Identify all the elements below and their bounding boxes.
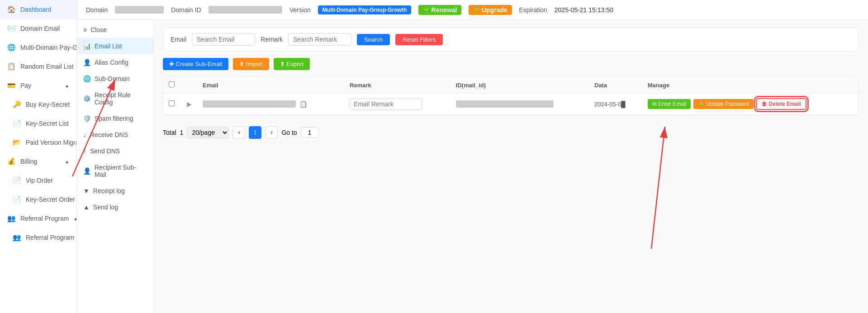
email-list-icon: 📊	[83, 43, 91, 50]
sidebar-item-key-secret-list[interactable]: 📄 Key-Secret List	[0, 114, 76, 133]
sub-sidebar-alias-config[interactable]: 👤 Alias Config	[77, 54, 153, 71]
domain-id-value: ████████████████	[209, 6, 282, 14]
email-remark-input[interactable]	[350, 98, 422, 110]
remark-search-input[interactable]	[288, 33, 351, 46]
col-mail-id: ID(mail_id)	[451, 77, 589, 94]
expand-icon[interactable]: ▶	[187, 100, 192, 108]
sub-sidebar-close[interactable]: ≡ Close	[77, 22, 153, 38]
sidebar-item-dashboard[interactable]: 🏠 Dashboard	[0, 0, 76, 19]
sidebar-item-random-email[interactable]: 📋 Random Email List	[0, 57, 76, 76]
row-checkbox[interactable]	[169, 100, 175, 106]
next-page-button[interactable]: ›	[265, 126, 278, 139]
sidebar-item-paid-version[interactable]: 📂 Paid Version Migration	[0, 133, 76, 152]
sidebar-item-pay[interactable]: 💳 Pay ▲	[0, 76, 76, 95]
close-icon: ≡	[83, 26, 87, 33]
alias-config-icon: 👤	[83, 59, 91, 66]
send-dns-icon: ↑	[83, 147, 86, 155]
col-data: Data	[589, 77, 642, 94]
create-sub-email-button[interactable]: ✚ Create Sub-Email	[163, 58, 228, 70]
receipt-log-icon: ▼	[83, 187, 90, 194]
email-search-input[interactable]	[192, 33, 255, 46]
update-password-button[interactable]: 🔒 Update Password	[693, 99, 754, 109]
search-button[interactable]: Search	[357, 34, 390, 45]
sub-sidebar-receive-dns[interactable]: ↓ Receive DNS	[77, 127, 153, 143]
email-table: Email Remark ID(mail_id) Data Manage ▶	[163, 76, 859, 115]
total-label: Total	[163, 129, 176, 136]
domain-id-label: Domain ID	[171, 6, 201, 14]
col-manage: Manage	[642, 77, 859, 94]
sub-sidebar-spam-filter[interactable]: 🛡️ Spam filtering	[77, 110, 153, 127]
top-bar: Domain ██████████ Domain ID ████████████…	[77, 0, 868, 20]
filter-row: Email Remark Search Reset Filters	[163, 27, 859, 52]
sub-sidebar-email-list[interactable]: 📊 Email List	[77, 38, 153, 54]
per-page-select[interactable]: 20/page 50/page 100/page	[187, 127, 229, 138]
sub-sidebar-sub-domain[interactable]: 🌐 Sub-Domain	[77, 71, 153, 87]
paid-version-icon: 📂	[13, 138, 21, 147]
sub-sidebar-send-dns[interactable]: ↑ Send DNS	[77, 143, 153, 159]
export-button[interactable]: ⬆ Export	[274, 58, 310, 70]
version-badge: Multi-Domain Pay-Group-Growth	[318, 5, 412, 14]
referral-program2-icon: 👥	[13, 233, 21, 242]
pay-arrow-icon: ▲	[65, 83, 69, 88]
select-all-checkbox[interactable]	[169, 81, 175, 87]
receive-dns-icon: ↓	[83, 131, 86, 138]
total-count: 1	[180, 129, 184, 136]
delete-email-button[interactable]: 🗑 Delete Email	[756, 98, 806, 110]
sub-sidebar: ≡ Close 📊 Email List 👤 Alias Config 🌐 Su…	[77, 20, 154, 313]
sidebar-item-referral-program2[interactable]: 👥 Referral Program	[0, 228, 76, 247]
domain-value: ██████████	[115, 6, 164, 14]
sub-domain-icon: 🌐	[83, 75, 91, 82]
sub-sidebar-receipt-rule[interactable]: ⚙️ Receipt Rule Config	[77, 87, 153, 110]
sidebar-item-key-secret-order[interactable]: 📄 Key-Secret Order	[0, 190, 76, 209]
upgrade-badge: 🌱 Upgrade	[469, 5, 512, 15]
referral-arrow-icon: ▲	[73, 216, 77, 221]
manage-buttons: ✉ Enter Email 🔒 Update Password 🗑 Delete…	[648, 98, 853, 110]
col-email: Email	[197, 77, 344, 94]
billing-icon: 💰	[7, 157, 16, 166]
copy-icon[interactable]: 📋	[299, 100, 307, 108]
page-1-button[interactable]: 1	[249, 126, 261, 139]
domain-email-icon: ✉️	[7, 24, 16, 33]
sidebar-item-referral-program[interactable]: 👥 Referral Program ▲	[0, 209, 76, 228]
key-secret-list-icon: 📄	[13, 119, 21, 128]
email-filter-label: Email	[171, 36, 186, 43]
sidebar-item-domain-email[interactable]: ✉️ Domain Email	[0, 19, 76, 38]
sidebar-item-buy-key-secret[interactable]: 🔑 Buy Key-Secret	[0, 95, 76, 114]
dashboard-icon: 🏠	[7, 5, 16, 14]
spam-filter-icon: 🛡️	[83, 115, 91, 122]
date-cell: 2024-05-0█	[589, 94, 642, 115]
email-cell: ████████████████████ 📋	[197, 94, 344, 115]
sub-sidebar-receipt-log[interactable]: ▼ Receipt log	[77, 183, 153, 199]
main-area: Domain ██████████ Domain ID ████████████…	[77, 0, 868, 313]
col-remark: Remark	[344, 77, 451, 94]
send-log-icon: ▲	[83, 204, 90, 211]
prev-page-button[interactable]: ‹	[232, 126, 245, 139]
receipt-rule-icon: ⚙️	[83, 95, 91, 102]
expiration-value: 2025-05-21 15:13:50	[555, 6, 613, 14]
sub-sidebar-recipient-sub-mail[interactable]: 👤 Recipient Sub-Mail	[77, 159, 153, 183]
referral-program-icon: 👥	[7, 214, 16, 223]
main-content: Email Remark Search Reset Filters ✚ Crea…	[154, 20, 868, 313]
random-email-icon: 📋	[7, 62, 16, 71]
multi-domain-icon: 🌐	[7, 43, 16, 52]
content-split: ≡ Close 📊 Email List 👤 Alias Config 🌐 Su…	[77, 20, 868, 313]
enter-email-button[interactable]: ✉ Enter Email	[648, 99, 691, 109]
sidebar-item-multi-domain[interactable]: 🌐 Multi-Domain Pay-Group	[0, 38, 76, 57]
action-row: ✚ Create Sub-Email ⬆ Import ⬆ Export	[163, 58, 859, 70]
pay-icon: 💳	[7, 81, 16, 90]
vip-order-icon: 📄	[13, 176, 21, 185]
table-row: ▶ ████████████████████ 📋 ███████████████…	[163, 94, 859, 115]
left-sidebar: 🏠 Dashboard ✉️ Domain Email 🌐 Multi-Doma…	[0, 0, 77, 313]
goto-page-input[interactable]	[301, 127, 319, 138]
sidebar-item-billing[interactable]: 💰 Billing ▲	[0, 152, 76, 171]
version-label: Version	[289, 6, 311, 14]
sidebar-item-vip-order[interactable]: 📄 Vip Order	[0, 171, 76, 190]
sub-sidebar-send-log[interactable]: ▲ Send log	[77, 199, 153, 215]
billing-arrow-icon: ▲	[65, 159, 69, 164]
goto-label: Go to	[281, 129, 297, 136]
reset-filters-button[interactable]: Reset Filters	[395, 34, 443, 45]
domain-label: Domain	[86, 6, 108, 14]
key-secret-order-icon: 📄	[13, 195, 21, 204]
expiration-label: Expiration	[519, 6, 547, 14]
import-button[interactable]: ⬆ Import	[233, 58, 269, 70]
